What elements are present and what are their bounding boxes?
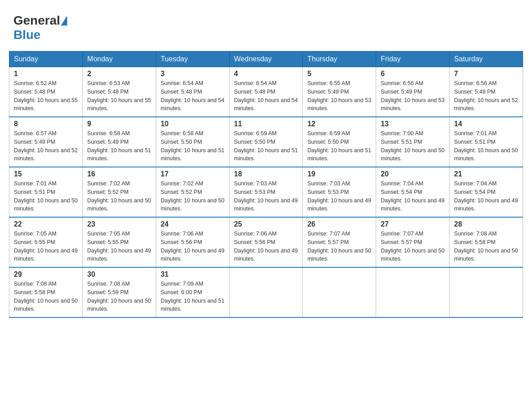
calendar-cell: 18Sunrise: 7:03 AMSunset: 5:53 PMDayligh… <box>229 167 303 217</box>
calendar-cell: 14Sunrise: 7:01 AMSunset: 5:51 PMDayligh… <box>450 117 523 167</box>
calendar-cell <box>303 267 376 317</box>
day-info: Sunrise: 6:58 AMSunset: 5:50 PMDaylight:… <box>161 129 225 163</box>
calendar-table: SundayMondayTuesdayWednesdayThursdayFrid… <box>9 51 523 318</box>
day-info: Sunrise: 7:09 AMSunset: 6:00 PMDaylight:… <box>161 280 225 313</box>
day-info: Sunrise: 7:07 AMSunset: 5:57 PMDaylight:… <box>307 230 371 263</box>
calendar-cell: 7Sunrise: 6:56 AMSunset: 5:49 PMDaylight… <box>450 67 523 117</box>
calendar-cell: 10Sunrise: 6:58 AMSunset: 5:50 PMDayligh… <box>156 117 229 167</box>
day-info: Sunrise: 6:56 AMSunset: 5:49 PMDaylight:… <box>381 79 445 113</box>
calendar-cell: 30Sunrise: 7:08 AMSunset: 5:59 PMDayligh… <box>82 267 156 317</box>
day-number: 19 <box>307 170 371 178</box>
day-number: 11 <box>234 120 298 128</box>
weekday-header-friday: Friday <box>376 51 450 67</box>
calendar-cell: 4Sunrise: 6:54 AMSunset: 5:48 PMDaylight… <box>229 67 303 117</box>
day-info: Sunrise: 6:53 AMSunset: 5:48 PMDaylight:… <box>87 79 151 113</box>
day-number: 30 <box>87 270 151 278</box>
day-number: 10 <box>161 120 225 128</box>
calendar-week-row: 1Sunrise: 6:52 AMSunset: 5:48 PMDaylight… <box>9 67 523 117</box>
day-info: Sunrise: 7:01 AMSunset: 5:51 PMDaylight:… <box>454 129 518 163</box>
day-info: Sunrise: 7:06 AMSunset: 5:56 PMDaylight:… <box>161 230 225 263</box>
day-info: Sunrise: 7:08 AMSunset: 5:59 PMDaylight:… <box>87 280 151 313</box>
calendar-cell: 29Sunrise: 7:08 AMSunset: 5:58 PMDayligh… <box>9 267 83 317</box>
weekday-header-thursday: Thursday <box>303 51 376 67</box>
logo-triangle-icon <box>61 16 67 26</box>
day-info: Sunrise: 6:54 AMSunset: 5:48 PMDaylight:… <box>234 79 298 113</box>
day-info: Sunrise: 7:03 AMSunset: 5:53 PMDaylight:… <box>307 180 371 213</box>
calendar-week-row: 15Sunrise: 7:01 AMSunset: 5:51 PMDayligh… <box>9 167 523 217</box>
calendar-cell: 11Sunrise: 6:59 AMSunset: 5:50 PMDayligh… <box>229 117 303 167</box>
logo-general-text: General <box>13 13 60 28</box>
day-number: 14 <box>454 120 518 128</box>
weekday-header-tuesday: Tuesday <box>156 51 229 67</box>
day-number: 24 <box>161 220 225 228</box>
day-number: 26 <box>307 220 371 228</box>
day-info: Sunrise: 7:04 AMSunset: 5:54 PMDaylight:… <box>454 180 518 213</box>
calendar-cell: 28Sunrise: 7:08 AMSunset: 5:58 PMDayligh… <box>450 217 523 267</box>
calendar-header-row: SundayMondayTuesdayWednesdayThursdayFrid… <box>9 51 523 67</box>
day-info: Sunrise: 7:07 AMSunset: 5:57 PMDaylight:… <box>381 230 445 263</box>
calendar-cell: 9Sunrise: 6:58 AMSunset: 5:49 PMDaylight… <box>82 117 156 167</box>
day-info: Sunrise: 6:58 AMSunset: 5:49 PMDaylight:… <box>87 129 151 163</box>
page-header: General Blue <box>9 9 523 42</box>
calendar-week-row: 22Sunrise: 7:05 AMSunset: 5:55 PMDayligh… <box>9 217 523 267</box>
day-info: Sunrise: 6:55 AMSunset: 5:49 PMDaylight:… <box>307 79 371 113</box>
calendar-cell: 21Sunrise: 7:04 AMSunset: 5:54 PMDayligh… <box>450 167 523 217</box>
day-info: Sunrise: 6:57 AMSunset: 5:49 PMDaylight:… <box>14 129 78 163</box>
day-info: Sunrise: 7:05 AMSunset: 5:55 PMDaylight:… <box>14 230 78 263</box>
calendar-cell: 17Sunrise: 7:02 AMSunset: 5:52 PMDayligh… <box>156 167 229 217</box>
day-number: 18 <box>234 170 298 178</box>
day-info: Sunrise: 7:08 AMSunset: 5:58 PMDaylight:… <box>454 230 518 263</box>
calendar-cell: 26Sunrise: 7:07 AMSunset: 5:57 PMDayligh… <box>303 217 376 267</box>
day-number: 1 <box>14 70 78 78</box>
day-info: Sunrise: 7:04 AMSunset: 5:54 PMDaylight:… <box>381 180 445 213</box>
day-number: 20 <box>381 170 445 178</box>
day-number: 4 <box>234 70 298 78</box>
day-number: 3 <box>161 70 225 78</box>
logo-blue-text: Blue <box>13 28 41 42</box>
calendar-cell: 13Sunrise: 7:00 AMSunset: 5:51 PMDayligh… <box>376 117 450 167</box>
day-info: Sunrise: 6:59 AMSunset: 5:50 PMDaylight:… <box>234 129 298 163</box>
day-number: 13 <box>381 120 445 128</box>
calendar-cell: 5Sunrise: 6:55 AMSunset: 5:49 PMDaylight… <box>303 67 376 117</box>
day-number: 31 <box>161 270 225 278</box>
day-info: Sunrise: 6:56 AMSunset: 5:49 PMDaylight:… <box>454 79 518 113</box>
day-number: 21 <box>454 170 518 178</box>
calendar-week-row: 8Sunrise: 6:57 AMSunset: 5:49 PMDaylight… <box>9 117 523 167</box>
calendar-cell: 19Sunrise: 7:03 AMSunset: 5:53 PMDayligh… <box>303 167 376 217</box>
calendar-cell: 24Sunrise: 7:06 AMSunset: 5:56 PMDayligh… <box>156 217 229 267</box>
day-number: 23 <box>87 220 151 228</box>
calendar-week-row: 29Sunrise: 7:08 AMSunset: 5:58 PMDayligh… <box>9 267 523 317</box>
day-info: Sunrise: 7:05 AMSunset: 5:55 PMDaylight:… <box>87 230 151 263</box>
calendar-cell: 27Sunrise: 7:07 AMSunset: 5:57 PMDayligh… <box>376 217 450 267</box>
calendar-cell: 22Sunrise: 7:05 AMSunset: 5:55 PMDayligh… <box>9 217 83 267</box>
day-number: 27 <box>381 220 445 228</box>
calendar-cell: 31Sunrise: 7:09 AMSunset: 6:00 PMDayligh… <box>156 267 229 317</box>
calendar-cell: 2Sunrise: 6:53 AMSunset: 5:48 PMDaylight… <box>82 67 156 117</box>
day-number: 29 <box>14 270 78 278</box>
calendar-cell: 6Sunrise: 6:56 AMSunset: 5:49 PMDaylight… <box>376 67 450 117</box>
day-info: Sunrise: 7:02 AMSunset: 5:52 PMDaylight:… <box>161 180 225 213</box>
logo: General Blue <box>13 13 68 42</box>
day-number: 28 <box>454 220 518 228</box>
day-info: Sunrise: 7:01 AMSunset: 5:51 PMDaylight:… <box>14 180 78 213</box>
day-number: 17 <box>161 170 225 178</box>
day-number: 5 <box>307 70 371 78</box>
day-info: Sunrise: 6:54 AMSunset: 5:48 PMDaylight:… <box>161 79 225 113</box>
day-number: 9 <box>87 120 151 128</box>
calendar-cell: 25Sunrise: 7:06 AMSunset: 5:56 PMDayligh… <box>229 217 303 267</box>
calendar-cell: 1Sunrise: 6:52 AMSunset: 5:48 PMDaylight… <box>9 67 83 117</box>
calendar-cell <box>229 267 303 317</box>
calendar-cell: 15Sunrise: 7:01 AMSunset: 5:51 PMDayligh… <box>9 167 83 217</box>
calendar-cell <box>450 267 523 317</box>
weekday-header-wednesday: Wednesday <box>229 51 303 67</box>
calendar-cell: 16Sunrise: 7:02 AMSunset: 5:52 PMDayligh… <box>82 167 156 217</box>
calendar-cell: 8Sunrise: 6:57 AMSunset: 5:49 PMDaylight… <box>9 117 83 167</box>
day-info: Sunrise: 7:06 AMSunset: 5:56 PMDaylight:… <box>234 230 298 263</box>
day-number: 22 <box>14 220 78 228</box>
weekday-header-monday: Monday <box>82 51 156 67</box>
calendar-cell: 23Sunrise: 7:05 AMSunset: 5:55 PMDayligh… <box>82 217 156 267</box>
day-number: 8 <box>14 120 78 128</box>
calendar-cell: 3Sunrise: 6:54 AMSunset: 5:48 PMDaylight… <box>156 67 229 117</box>
day-number: 15 <box>14 170 78 178</box>
weekday-header-sunday: Sunday <box>9 51 83 67</box>
